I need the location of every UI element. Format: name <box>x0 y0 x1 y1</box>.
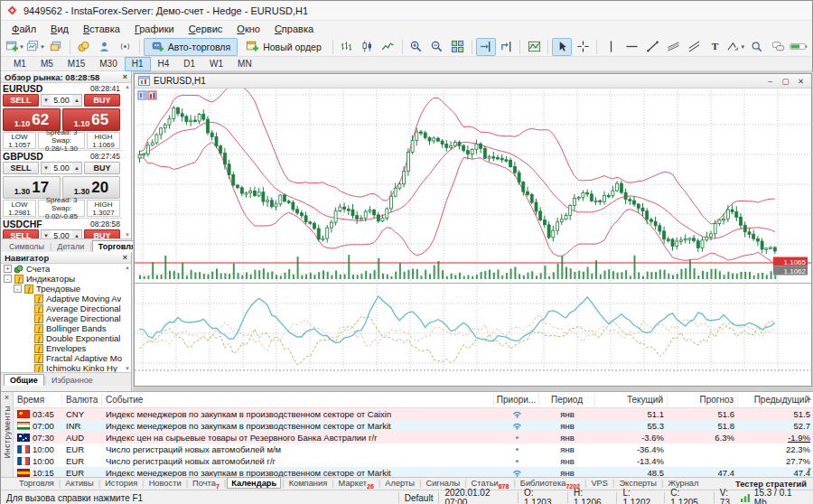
profiles-icon[interactable]: ▾ <box>25 38 45 56</box>
zoom-in-icon[interactable] <box>406 38 426 56</box>
navigator-tree-item[interactable]: fEnvelopes <box>1 343 131 353</box>
market-watch-scroll-up-icon[interactable]: ▲ <box>125 84 130 89</box>
market-watch-close-icon[interactable]: × <box>123 72 127 81</box>
tf-m1[interactable]: M1 <box>6 57 33 71</box>
channel-icon[interactable] <box>684 38 704 56</box>
indicators-icon[interactable] <box>524 38 544 56</box>
bottom-tab-9[interactable]: Сигналы <box>422 479 463 488</box>
calendar-row[interactable]: 03:45CNYИндекс менеджеров по закупкам в … <box>14 408 813 420</box>
navigator-tree-item[interactable]: -fТрендовые <box>1 284 131 294</box>
crosshair-icon[interactable] <box>573 38 593 56</box>
cursor-icon[interactable] <box>552 38 572 56</box>
calendar-row[interactable]: 07:00INRИндекс менеджеров по закупкам в … <box>14 420 813 432</box>
bottom-tab-14[interactable]: Журнал <box>664 479 702 488</box>
chart-maximize-button[interactable]: ▢ <box>779 77 792 86</box>
bottom-tab-8[interactable]: Алерты <box>381 479 418 488</box>
navigator-scroll-up-icon[interactable]: ▲ <box>125 265 130 270</box>
volume-decrease-icon[interactable]: ▼ <box>42 163 51 173</box>
toolbox-close-icon[interactable]: × <box>5 392 9 403</box>
navigator-close-icon[interactable]: × <box>123 253 127 262</box>
market-watch-tab-0[interactable]: Символы <box>4 241 50 252</box>
market-watch-tab-1[interactable]: Детали <box>51 241 89 252</box>
calendar-column-4[interactable]: Период <box>539 394 595 406</box>
calendar-scroll-up-icon[interactable]: ▲ <box>807 396 812 401</box>
candles-chart-icon[interactable] <box>358 38 378 56</box>
tf-m5[interactable]: M5 <box>33 57 61 71</box>
tf-w1[interactable]: W1 <box>202 57 230 71</box>
market-watch-header[interactable]: Обзор рынка: 08:28:58 × <box>1 71 131 83</box>
navigator-tree-item[interactable]: -fИндикаторы <box>1 274 131 284</box>
volume-value[interactable]: 5.00 <box>51 95 72 106</box>
menu-item-4[interactable]: Сервис <box>182 23 230 35</box>
calendar-column-1[interactable]: Валюта <box>62 394 102 406</box>
volume-decrease-icon[interactable]: ▼ <box>42 230 51 238</box>
tree-toggle-icon[interactable]: + <box>4 265 12 273</box>
calendar-row[interactable]: 10:15EURИндекс менеджеров по закупкам в … <box>14 467 813 477</box>
bars-chart-icon[interactable] <box>337 38 357 56</box>
hline-icon[interactable] <box>621 38 641 56</box>
navigator-tree-item[interactable]: fDouble Exponential <box>1 333 131 343</box>
tf-h4[interactable]: H4 <box>151 57 177 71</box>
menu-item-6[interactable]: Справка <box>267 23 321 35</box>
fibo-icon[interactable] <box>663 38 683 56</box>
navigator-tree-item[interactable]: +Счета <box>1 264 131 274</box>
menu-item-1[interactable]: Вид <box>43 23 76 35</box>
volume-stepper[interactable]: ▼5.00▲ <box>41 162 82 174</box>
calendar-column-0[interactable]: Время <box>14 394 62 406</box>
new-chart-icon-caret[interactable]: ▾ <box>20 43 23 51</box>
autoscroll-icon[interactable] <box>476 38 496 56</box>
calendar-row[interactable]: 10:00EURЧисло регистраций новых автомоби… <box>14 443 813 455</box>
bottom-tab-6[interactable]: Компания <box>285 479 332 488</box>
volume-increase-icon[interactable]: ▲ <box>72 163 81 173</box>
sell-button[interactable]: SELL <box>3 94 39 107</box>
signal-icon[interactable] <box>116 38 136 56</box>
chart-shift-icon[interactable] <box>497 38 517 56</box>
new-chart-icon[interactable]: ▾ <box>5 38 24 56</box>
tile-windows-icon[interactable] <box>448 38 468 56</box>
zoom-out-icon[interactable] <box>427 38 447 56</box>
tf-mn[interactable]: MN <box>230 57 259 71</box>
line-chart-icon[interactable] <box>378 38 398 56</box>
buy-button[interactable]: BUY <box>84 94 120 107</box>
market-watch-scroll-down-icon[interactable]: ▼ <box>125 232 130 238</box>
trendline-icon[interactable] <box>642 38 662 56</box>
bottom-tab-1[interactable]: Активы <box>61 479 97 488</box>
navigator-header[interactable]: Навигатор × <box>1 252 131 264</box>
navigator-scroll-down-icon[interactable]: ▼ <box>125 366 130 371</box>
tf-m15[interactable]: M15 <box>61 57 92 71</box>
buy-button[interactable]: BUY <box>84 229 120 238</box>
bottom-tab-7[interactable]: Маркет26 <box>335 479 378 490</box>
chart-minimize-button[interactable]: – <box>763 77 777 86</box>
sell-button[interactable]: SELL <box>3 229 39 238</box>
calendar-row[interactable]: 07:30AUDИндекс цен на сырьевые товары от… <box>14 432 813 443</box>
volume-increase-icon[interactable]: ▲ <box>72 95 81 106</box>
text-icon[interactable]: T <box>705 38 724 56</box>
chart-canvas[interactable]: 1.10651.1062 <box>135 89 811 386</box>
calendar-column-3[interactable]: Приори... <box>494 394 539 406</box>
tf-h1[interactable]: H1 <box>125 57 151 71</box>
bottom-tab-3[interactable]: Новости <box>145 479 185 488</box>
community-icon[interactable] <box>95 38 115 56</box>
chat-icon[interactable] <box>768 38 788 56</box>
navigator-tree-item[interactable]: fAverage Directional <box>1 303 131 313</box>
volume-stepper[interactable]: ▼5.00▲ <box>41 94 82 107</box>
connection-icon[interactable] <box>789 38 808 56</box>
shapes-icon[interactable]: ▾ <box>725 38 745 56</box>
menu-item-3[interactable]: Графики <box>127 23 182 35</box>
navigator-tab-0[interactable]: Общие <box>4 374 44 386</box>
search-icon[interactable] <box>747 38 767 56</box>
calendar-column-2[interactable]: Событие <box>102 394 494 406</box>
chart-window-titlebar[interactable]: EURUSD,H1 –▢✕ <box>135 74 811 89</box>
autotrade-button[interactable]: Авто-торговля <box>144 38 238 56</box>
calendar-column-5[interactable]: Текущий <box>595 394 668 406</box>
tree-toggle-icon[interactable]: - <box>4 275 12 283</box>
volume-decrease-icon[interactable]: ▼ <box>42 95 51 106</box>
navigator-tree-item[interactable]: fBollinger Bands <box>1 323 131 333</box>
navigator-tree-item[interactable]: fFractal Adaptive Mo <box>1 353 131 363</box>
windows-icon[interactable] <box>46 38 66 56</box>
tf-d1[interactable]: D1 <box>176 57 202 71</box>
volume-value[interactable]: 5.00 <box>51 163 72 173</box>
menu-item-2[interactable]: Вставка <box>76 23 127 35</box>
strategy-tester-button[interactable]: Тестер стратегий <box>735 480 807 489</box>
bottom-tab-2[interactable]: История <box>101 479 141 488</box>
